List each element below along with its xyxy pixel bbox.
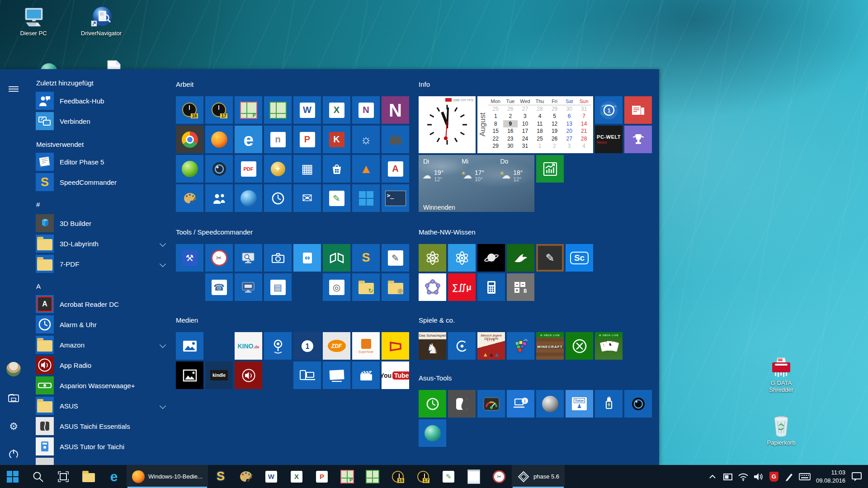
app-list-item-editor-phase-5[interactable]: Editor Phase 5 <box>36 153 171 171</box>
tile-onenote-2010[interactable]: N <box>352 96 380 124</box>
tile-people[interactable] <box>205 184 233 212</box>
tile-bird-app[interactable] <box>507 244 534 272</box>
tile-asus-clock[interactable] <box>419 390 446 418</box>
tile-math-formulas[interactable]: ∑∬μ <box>448 273 476 301</box>
tile-speedcommander[interactable]: S <box>352 244 380 272</box>
tile-youtube[interactable]: YouTube <box>382 361 409 389</box>
tile-photo-app-k[interactable]: K <box>323 126 350 153</box>
tile-text-editor[interactable]: ✎ <box>323 184 350 212</box>
tile-folder-sync[interactable]: ↻ <box>352 273 380 301</box>
tile-supernote[interactable]: SuperNote <box>352 332 380 360</box>
chevron-down-icon[interactable] <box>160 403 166 409</box>
tray-volume[interactable] <box>751 465 766 488</box>
tile-google-earth[interactable] <box>235 184 262 212</box>
tile-calculator-8[interactable]: 8 <box>507 273 534 301</box>
tile-asus-webstorage[interactable] <box>419 419 446 447</box>
tile-alarm-clock[interactable] <box>264 184 292 212</box>
tray-action-center[interactable] <box>849 465 864 488</box>
dieser-pc[interactable]: Dieser PC <box>13 5 54 37</box>
chevron-down-icon[interactable] <box>160 261 166 267</box>
app-list-item-feedback-hub[interactable]: Feedback-Hub <box>36 92 171 110</box>
tile-coreldraw[interactable] <box>176 155 203 183</box>
tile-excel-2010[interactable]: X <box>323 96 350 124</box>
tile-folder-search[interactable]: ◎ <box>382 273 409 301</box>
tile-chalkboard[interactable]: ✎ <box>536 244 564 272</box>
tile-xbox[interactable] <box>566 332 593 360</box>
tile-remote-desktop[interactable] <box>235 273 262 301</box>
tile-solitaire-cards[interactable]: ⊘ XBOX LIVE!♞ <box>595 332 623 360</box>
taskbar-speedcommander[interactable]: S <box>208 465 233 488</box>
taskbar-snipping-tool[interactable]: ✂ <box>486 465 512 488</box>
tile-geogebra[interactable] <box>419 273 446 301</box>
tile-firefox[interactable] <box>205 126 233 153</box>
taskbar-file-explorer[interactable] <box>76 465 101 488</box>
tile-system-tools[interactable]: ⚒ <box>176 244 203 272</box>
tile-word-2010[interactable]: W <box>293 96 321 124</box>
tile-display-cast[interactable] <box>323 361 350 389</box>
tile-weather[interactable]: Di☁19°12°Mi☀☁17°10°Do☀☁18°12°Winnenden <box>419 155 534 212</box>
taskbar-clock-16[interactable]: 16 <box>385 465 410 488</box>
tile-connected-devices[interactable] <box>293 361 321 389</box>
tile-minecraft[interactable]: ⊘ XBOX LIVEMINECRAFT <box>536 332 564 360</box>
tile-coin-app[interactable]: + <box>264 155 292 183</box>
tile-music-circle[interactable] <box>448 332 476 360</box>
tray-wifi[interactable] <box>736 465 751 488</box>
app-list-item-3d-builder[interactable]: 3D Builder <box>36 214 171 232</box>
app-list-item-acrobat-reader-dc[interactable]: AAcrobat Reader DC <box>36 295 171 313</box>
user-avatar[interactable] <box>6 362 21 376</box>
tile-edge[interactable]: e <box>235 126 262 153</box>
tile-sports-trophy[interactable] <box>624 126 652 153</box>
tile-zdf[interactable]: ZDF <box>323 332 350 360</box>
tray-pen-input[interactable] <box>782 465 797 488</box>
tray-gdata-shield[interactable]: G <box>766 465 782 488</box>
drivernavigator[interactable]: DriverNavigator <box>80 5 122 37</box>
app-list-item-alarm-uhr[interactable]: Alarm & Uhr <box>36 315 171 333</box>
tile-store[interactable] <box>323 155 350 183</box>
tray-clock[interactable]: 11:0309.08.2016 <box>812 469 849 484</box>
app-list-item-asus-taichi-essentials[interactable]: ASUS Taichi Essentials <box>36 417 171 435</box>
tile-onenote[interactable]: N <box>382 96 409 124</box>
tile-maps-pin[interactable] <box>264 332 292 360</box>
tile-astronomy[interactable] <box>477 244 505 272</box>
tile-powerpoint-2010[interactable]: P <box>293 126 321 153</box>
documents-button[interactable] <box>6 391 21 405</box>
app-list-item-asparion-wasserwaage-[interactable]: Asparion Wasserwaage+ <box>36 376 171 394</box>
tile-tagesschau[interactable]: 1 <box>595 96 623 124</box>
taskbar-phase-window[interactable]: phase 5.6 <box>512 465 565 488</box>
tile-calculator[interactable] <box>477 273 505 301</box>
tile-film-tv[interactable] <box>352 361 380 389</box>
tile-camera-tool[interactable] <box>264 244 292 272</box>
app-list-item-7-pdf[interactable]: 7-PDF <box>36 255 171 273</box>
tile-teamviewer[interactable] <box>293 244 321 272</box>
tile-asus-taichi[interactable] <box>448 390 476 418</box>
tile-kindle[interactable]: kindle <box>205 361 233 389</box>
tile-idea-bulb[interactable]: ☼ <box>352 126 380 153</box>
tile-physics[interactable] <box>448 244 476 272</box>
taskbar-edge[interactable]: e <box>101 465 127 488</box>
app-list-item-amazon[interactable]: Amazon <box>36 336 171 354</box>
power-button[interactable] <box>6 447 21 461</box>
taskbar-editor[interactable]: ✎ <box>436 465 461 488</box>
taskbar-word[interactable]: W <box>259 465 284 488</box>
tile-sbb-clock[interactable]: SBB CFF FFS <box>419 96 476 153</box>
tile-das-schachspiel[interactable]: Das Schachspiel♞ <box>419 332 446 360</box>
tile-pcwelt-news[interactable]: PC-WELTNews <box>595 126 623 153</box>
tile-reader-app[interactable]: A <box>382 155 409 183</box>
tile-photo-viewer[interactable] <box>176 361 203 389</box>
tile-news[interactable] <box>624 96 652 124</box>
app-list-item-partial[interactable] <box>36 458 171 465</box>
tile-media-frame[interactable] <box>382 332 409 360</box>
taskbar-powerpoint[interactable]: P <box>309 465 335 488</box>
taskbar-task-view-button[interactable] <box>51 465 76 488</box>
tile-calendar-app[interactable]: ▦ <box>293 155 321 183</box>
app-list-item-3d-labyrinth[interactable]: 3D-Labyrinth <box>36 235 171 253</box>
tile-snipping-tool[interactable]: ✂ <box>205 244 233 272</box>
app-list-item-verbinden[interactable]: Verbinden <box>36 112 171 130</box>
taskbar-search-button[interactable] <box>25 465 51 488</box>
taskbar-cadwork-p[interactable]: P <box>335 465 360 488</box>
chevron-down-icon[interactable] <box>160 240 166 247</box>
tile-asus-tutor[interactable]: Tutor♟ <box>566 390 593 418</box>
tile-physics-x[interactable] <box>419 244 446 272</box>
chevron-down-icon[interactable] <box>160 342 166 348</box>
taskbar-cadwork[interactable] <box>360 465 385 488</box>
